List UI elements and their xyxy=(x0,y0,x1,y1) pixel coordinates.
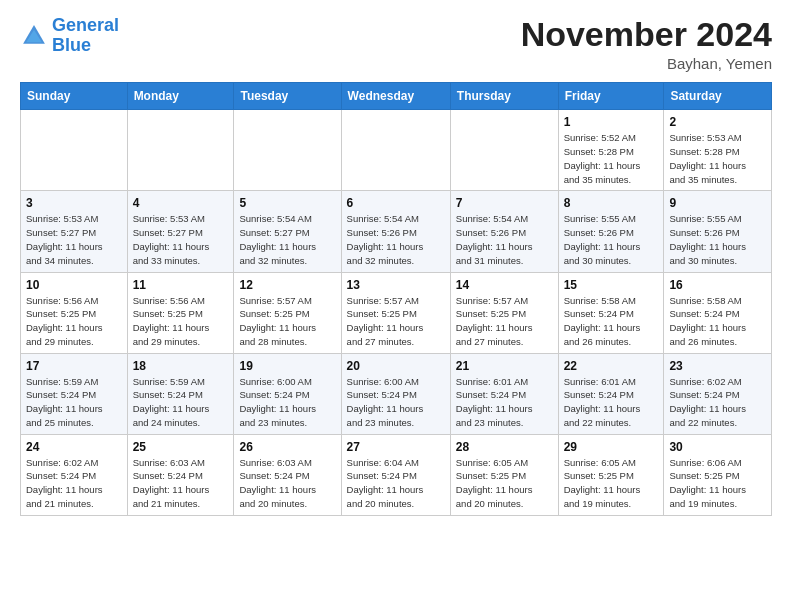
day-number: 15 xyxy=(564,278,659,292)
calendar-cell: 28Sunrise: 6:05 AM Sunset: 5:25 PM Dayli… xyxy=(450,434,558,515)
calendar-cell: 9Sunrise: 5:55 AM Sunset: 5:26 PM Daylig… xyxy=(664,191,772,272)
day-number: 30 xyxy=(669,440,766,454)
day-info: Sunrise: 6:03 AM Sunset: 5:24 PM Dayligh… xyxy=(133,456,229,511)
page: GeneralBlue November 2024 Bayhan, Yemen … xyxy=(0,0,792,532)
day-number: 20 xyxy=(347,359,445,373)
day-number: 9 xyxy=(669,196,766,210)
day-number: 17 xyxy=(26,359,122,373)
calendar-cell: 8Sunrise: 5:55 AM Sunset: 5:26 PM Daylig… xyxy=(558,191,664,272)
calendar-cell: 30Sunrise: 6:06 AM Sunset: 5:25 PM Dayli… xyxy=(664,434,772,515)
calendar-dow-monday: Monday xyxy=(127,83,234,110)
day-info: Sunrise: 6:05 AM Sunset: 5:25 PM Dayligh… xyxy=(564,456,659,511)
day-info: Sunrise: 5:57 AM Sunset: 5:25 PM Dayligh… xyxy=(456,294,553,349)
day-number: 18 xyxy=(133,359,229,373)
day-number: 29 xyxy=(564,440,659,454)
day-number: 2 xyxy=(669,115,766,129)
day-number: 10 xyxy=(26,278,122,292)
header: GeneralBlue November 2024 Bayhan, Yemen xyxy=(20,16,772,72)
calendar-cell: 23Sunrise: 6:02 AM Sunset: 5:24 PM Dayli… xyxy=(664,353,772,434)
calendar-cell: 17Sunrise: 5:59 AM Sunset: 5:24 PM Dayli… xyxy=(21,353,128,434)
calendar-cell xyxy=(234,110,341,191)
day-number: 12 xyxy=(239,278,335,292)
day-number: 7 xyxy=(456,196,553,210)
day-info: Sunrise: 6:03 AM Sunset: 5:24 PM Dayligh… xyxy=(239,456,335,511)
calendar-cell: 27Sunrise: 6:04 AM Sunset: 5:24 PM Dayli… xyxy=(341,434,450,515)
calendar-cell: 7Sunrise: 5:54 AM Sunset: 5:26 PM Daylig… xyxy=(450,191,558,272)
day-info: Sunrise: 6:04 AM Sunset: 5:24 PM Dayligh… xyxy=(347,456,445,511)
calendar-cell: 6Sunrise: 5:54 AM Sunset: 5:26 PM Daylig… xyxy=(341,191,450,272)
calendar-cell: 25Sunrise: 6:03 AM Sunset: 5:24 PM Dayli… xyxy=(127,434,234,515)
calendar-table: SundayMondayTuesdayWednesdayThursdayFrid… xyxy=(20,82,772,515)
day-info: Sunrise: 5:53 AM Sunset: 5:27 PM Dayligh… xyxy=(26,212,122,267)
calendar-dow-tuesday: Tuesday xyxy=(234,83,341,110)
day-info: Sunrise: 6:02 AM Sunset: 5:24 PM Dayligh… xyxy=(26,456,122,511)
day-info: Sunrise: 6:00 AM Sunset: 5:24 PM Dayligh… xyxy=(239,375,335,430)
day-number: 16 xyxy=(669,278,766,292)
calendar-cell: 21Sunrise: 6:01 AM Sunset: 5:24 PM Dayli… xyxy=(450,353,558,434)
day-info: Sunrise: 5:57 AM Sunset: 5:25 PM Dayligh… xyxy=(239,294,335,349)
day-number: 23 xyxy=(669,359,766,373)
calendar-cell: 11Sunrise: 5:56 AM Sunset: 5:25 PM Dayli… xyxy=(127,272,234,353)
day-number: 5 xyxy=(239,196,335,210)
day-number: 6 xyxy=(347,196,445,210)
day-info: Sunrise: 5:53 AM Sunset: 5:27 PM Dayligh… xyxy=(133,212,229,267)
calendar-cell: 4Sunrise: 5:53 AM Sunset: 5:27 PM Daylig… xyxy=(127,191,234,272)
day-number: 21 xyxy=(456,359,553,373)
day-info: Sunrise: 5:56 AM Sunset: 5:25 PM Dayligh… xyxy=(26,294,122,349)
calendar-dow-friday: Friday xyxy=(558,83,664,110)
day-number: 11 xyxy=(133,278,229,292)
day-info: Sunrise: 6:00 AM Sunset: 5:24 PM Dayligh… xyxy=(347,375,445,430)
day-info: Sunrise: 5:53 AM Sunset: 5:28 PM Dayligh… xyxy=(669,131,766,186)
day-number: 13 xyxy=(347,278,445,292)
day-info: Sunrise: 6:01 AM Sunset: 5:24 PM Dayligh… xyxy=(456,375,553,430)
calendar-cell: 20Sunrise: 6:00 AM Sunset: 5:24 PM Dayli… xyxy=(341,353,450,434)
calendar-cell: 2Sunrise: 5:53 AM Sunset: 5:28 PM Daylig… xyxy=(664,110,772,191)
day-info: Sunrise: 5:59 AM Sunset: 5:24 PM Dayligh… xyxy=(26,375,122,430)
calendar-week-2: 3Sunrise: 5:53 AM Sunset: 5:27 PM Daylig… xyxy=(21,191,772,272)
month-title: November 2024 xyxy=(521,16,772,53)
calendar-cell xyxy=(450,110,558,191)
day-info: Sunrise: 5:54 AM Sunset: 5:26 PM Dayligh… xyxy=(456,212,553,267)
logo-icon xyxy=(20,22,48,50)
logo-text: GeneralBlue xyxy=(52,16,119,56)
day-info: Sunrise: 6:02 AM Sunset: 5:24 PM Dayligh… xyxy=(669,375,766,430)
calendar-dow-sunday: Sunday xyxy=(21,83,128,110)
day-info: Sunrise: 5:59 AM Sunset: 5:24 PM Dayligh… xyxy=(133,375,229,430)
calendar-cell: 10Sunrise: 5:56 AM Sunset: 5:25 PM Dayli… xyxy=(21,272,128,353)
day-info: Sunrise: 5:55 AM Sunset: 5:26 PM Dayligh… xyxy=(564,212,659,267)
calendar-week-3: 10Sunrise: 5:56 AM Sunset: 5:25 PM Dayli… xyxy=(21,272,772,353)
day-info: Sunrise: 5:56 AM Sunset: 5:25 PM Dayligh… xyxy=(133,294,229,349)
day-number: 3 xyxy=(26,196,122,210)
day-info: Sunrise: 5:57 AM Sunset: 5:25 PM Dayligh… xyxy=(347,294,445,349)
calendar-week-5: 24Sunrise: 6:02 AM Sunset: 5:24 PM Dayli… xyxy=(21,434,772,515)
calendar-cell: 16Sunrise: 5:58 AM Sunset: 5:24 PM Dayli… xyxy=(664,272,772,353)
day-number: 14 xyxy=(456,278,553,292)
calendar-cell xyxy=(341,110,450,191)
day-number: 22 xyxy=(564,359,659,373)
calendar-cell: 13Sunrise: 5:57 AM Sunset: 5:25 PM Dayli… xyxy=(341,272,450,353)
day-number: 24 xyxy=(26,440,122,454)
calendar-cell: 24Sunrise: 6:02 AM Sunset: 5:24 PM Dayli… xyxy=(21,434,128,515)
day-number: 8 xyxy=(564,196,659,210)
location: Bayhan, Yemen xyxy=(521,55,772,72)
day-info: Sunrise: 5:55 AM Sunset: 5:26 PM Dayligh… xyxy=(669,212,766,267)
calendar-dow-saturday: Saturday xyxy=(664,83,772,110)
day-info: Sunrise: 6:05 AM Sunset: 5:25 PM Dayligh… xyxy=(456,456,553,511)
calendar-body: 1Sunrise: 5:52 AM Sunset: 5:28 PM Daylig… xyxy=(21,110,772,515)
logo: GeneralBlue xyxy=(20,16,119,56)
calendar-cell: 5Sunrise: 5:54 AM Sunset: 5:27 PM Daylig… xyxy=(234,191,341,272)
day-info: Sunrise: 6:06 AM Sunset: 5:25 PM Dayligh… xyxy=(669,456,766,511)
calendar-dow-wednesday: Wednesday xyxy=(341,83,450,110)
calendar-cell: 3Sunrise: 5:53 AM Sunset: 5:27 PM Daylig… xyxy=(21,191,128,272)
calendar-cell: 26Sunrise: 6:03 AM Sunset: 5:24 PM Dayli… xyxy=(234,434,341,515)
day-info: Sunrise: 5:54 AM Sunset: 5:27 PM Dayligh… xyxy=(239,212,335,267)
calendar-cell: 14Sunrise: 5:57 AM Sunset: 5:25 PM Dayli… xyxy=(450,272,558,353)
day-number: 19 xyxy=(239,359,335,373)
calendar-week-1: 1Sunrise: 5:52 AM Sunset: 5:28 PM Daylig… xyxy=(21,110,772,191)
day-info: Sunrise: 5:58 AM Sunset: 5:24 PM Dayligh… xyxy=(669,294,766,349)
day-info: Sunrise: 5:52 AM Sunset: 5:28 PM Dayligh… xyxy=(564,131,659,186)
calendar-cell xyxy=(127,110,234,191)
calendar-cell: 1Sunrise: 5:52 AM Sunset: 5:28 PM Daylig… xyxy=(558,110,664,191)
calendar-cell xyxy=(21,110,128,191)
title-block: November 2024 Bayhan, Yemen xyxy=(521,16,772,72)
